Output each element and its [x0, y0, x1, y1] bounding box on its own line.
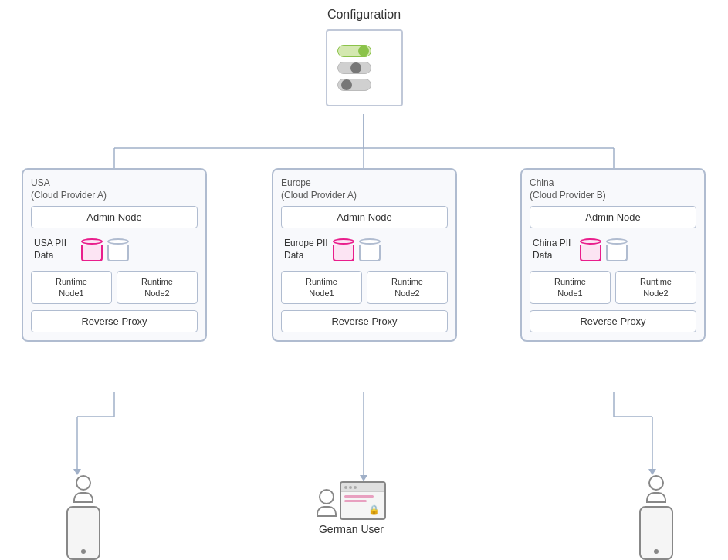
chinese-user-body: [646, 492, 666, 503]
db-top-outline-europe: [359, 238, 381, 245]
db-pink-europe: [333, 238, 354, 261]
region-europe: Europe(Cloud Provider A) Admin Node Euro…: [272, 168, 457, 342]
german-user-figure: [317, 489, 337, 517]
diagram-container: Configuration USA(Cloud Provider A) Admi…: [0, 0, 728, 560]
german-user-label: German User: [319, 523, 384, 535]
german-user-body: [317, 506, 337, 517]
db-pink-usa: [81, 238, 103, 261]
pii-row-europe: Europe PIIData: [281, 234, 448, 265]
chinese-user-head: [648, 475, 664, 491]
toggle-thumb-gray-2: [341, 79, 352, 90]
american-user-phone: [66, 506, 100, 560]
browser-line-1: [344, 495, 374, 498]
config-title: Configuration: [327, 8, 401, 22]
db-top-outline-usa: [107, 238, 129, 245]
config-box: [326, 29, 403, 106]
runtime-node1-europe: RuntimeNode1: [281, 271, 362, 304]
browser-dot-3: [354, 486, 357, 489]
pii-label-europe: Europe PIIData: [284, 238, 328, 261]
browser-line-2: [344, 500, 367, 502]
db-body-pink-europe: [333, 245, 354, 261]
svg-marker-14: [360, 475, 367, 481]
pii-row-china: China PIIData: [530, 234, 696, 265]
reverse-proxy-usa: Reverse Proxy: [31, 310, 198, 332]
db-body-outline-europe: [359, 245, 381, 261]
toggle-row-2: [337, 62, 391, 74]
db-body-pink-china: [580, 245, 601, 261]
db-body-outline-usa: [107, 245, 129, 261]
browser-dot-1: [344, 486, 347, 489]
runtime-row-china: RuntimeNode1 RuntimeNode2: [530, 271, 696, 304]
american-user-head: [76, 475, 91, 491]
american-user: American User: [48, 475, 120, 560]
toggle-green[interactable]: [337, 45, 371, 57]
region-europe-label: Europe(Cloud Provider A): [281, 177, 448, 201]
lock-icon: 🔒: [368, 504, 380, 515]
chinese-user: Chinese User: [624, 475, 689, 560]
pii-label-china: China PIIData: [533, 238, 575, 261]
chinese-user-phone: [639, 506, 673, 560]
phone-dot-chinese: [654, 549, 659, 554]
american-user-figure: [73, 475, 93, 503]
runtime-row-usa: RuntimeNode1 RuntimeNode2: [31, 271, 198, 304]
toggle-gray-1[interactable]: [337, 62, 371, 74]
svg-marker-12: [73, 469, 81, 475]
db-body-pink-usa: [81, 245, 103, 261]
toggle-row-3: [337, 79, 391, 91]
db-outline-china: [606, 238, 628, 261]
db-body-outline-china: [606, 245, 628, 261]
chinese-user-figure: [646, 475, 666, 503]
runtime-node2-usa: RuntimeNode2: [117, 271, 198, 304]
toggle-thumb-green: [358, 46, 369, 56]
pii-label-usa: USA PIIData: [34, 238, 76, 261]
db-outline-usa: [107, 238, 129, 261]
phone-dot-american: [81, 549, 86, 554]
german-user: 🔒 German User: [317, 481, 386, 535]
db-pink-china: [580, 238, 601, 261]
region-usa-label: USA(Cloud Provider A): [31, 177, 198, 201]
runtime-node1-usa: RuntimeNode1: [31, 271, 112, 304]
toggle-row-1: [337, 45, 391, 57]
db-top-pink-europe: [333, 238, 354, 245]
german-user-browser: 🔒: [340, 481, 386, 520]
german-user-head: [319, 489, 334, 504]
region-china-label: China(Cloud Provider B): [530, 177, 696, 201]
db-top-pink-china: [580, 238, 601, 245]
pii-row-usa: USA PIIData: [31, 234, 198, 265]
svg-marker-18: [648, 469, 656, 475]
browser-bar: [341, 483, 384, 492]
db-top-outline-china: [606, 238, 628, 245]
reverse-proxy-europe: Reverse Proxy: [281, 310, 448, 332]
admin-node-europe: Admin Node: [281, 206, 448, 228]
browser-dot-2: [349, 486, 352, 489]
toggle-thumb-gray-1: [350, 62, 361, 73]
runtime-row-europe: RuntimeNode1 RuntimeNode2: [281, 271, 448, 304]
region-china: China(Cloud Provider B) Admin Node China…: [520, 168, 706, 342]
admin-node-china: Admin Node: [530, 206, 696, 228]
admin-node-usa: Admin Node: [31, 206, 198, 228]
runtime-node2-europe: RuntimeNode2: [367, 271, 448, 304]
american-user-body: [73, 492, 93, 503]
region-usa: USA(Cloud Provider A) Admin Node USA PII…: [22, 168, 207, 342]
db-outline-europe: [359, 238, 381, 261]
runtime-node1-china: RuntimeNode1: [530, 271, 611, 304]
toggle-gray-2[interactable]: [337, 79, 371, 91]
runtime-node2-china: RuntimeNode2: [615, 271, 696, 304]
db-top-pink-usa: [81, 238, 103, 245]
browser-content: [341, 492, 384, 505]
reverse-proxy-china: Reverse Proxy: [530, 310, 696, 332]
